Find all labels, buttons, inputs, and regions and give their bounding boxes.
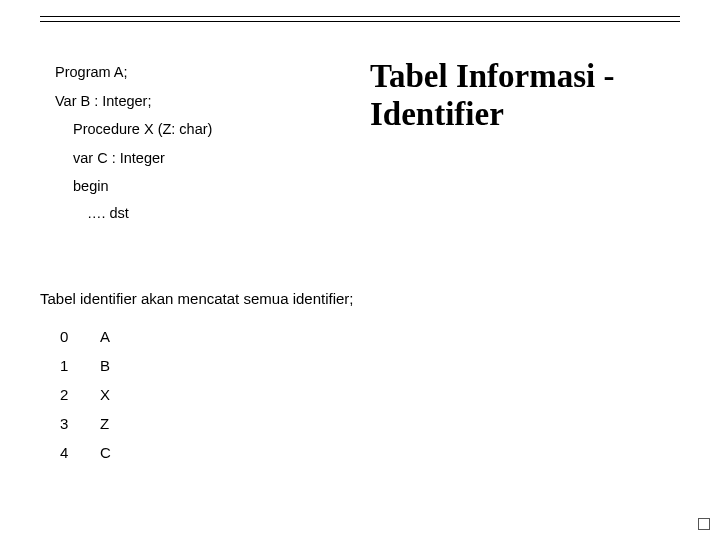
identifier-table: 0 A 1 B 2 X 3 Z 4 C xyxy=(60,328,111,473)
table-row: 0 A xyxy=(60,328,111,345)
table-row: 2 X xyxy=(60,386,111,403)
table-row: 1 B xyxy=(60,357,111,374)
code-line: Var B : Integer; xyxy=(55,94,212,109)
table-description: Tabel identifier akan mencatat semua ide… xyxy=(40,290,354,307)
code-line: …. dst xyxy=(87,206,212,221)
table-cell-index: 0 xyxy=(60,328,100,345)
table-row: 3 Z xyxy=(60,415,111,432)
code-line: Program A; xyxy=(55,65,212,80)
code-line: begin xyxy=(73,179,212,194)
table-cell-value: C xyxy=(100,444,111,461)
top-divider xyxy=(40,16,680,22)
table-cell-index: 1 xyxy=(60,357,100,374)
code-line: Procedure X (Z: char) xyxy=(73,122,212,137)
corner-square-icon xyxy=(698,518,710,530)
table-cell-index: 4 xyxy=(60,444,100,461)
table-cell-value: Z xyxy=(100,415,109,432)
table-cell-value: X xyxy=(100,386,110,403)
table-row: 4 C xyxy=(60,444,111,461)
table-cell-index: 3 xyxy=(60,415,100,432)
code-line: var C : Integer xyxy=(73,151,212,166)
table-cell-value: B xyxy=(100,357,110,374)
slide-title: Tabel Informasi - Identifier xyxy=(370,58,690,134)
table-cell-value: A xyxy=(100,328,110,345)
table-cell-index: 2 xyxy=(60,386,100,403)
code-block: Program A; Var B : Integer; Procedure X … xyxy=(55,65,212,220)
